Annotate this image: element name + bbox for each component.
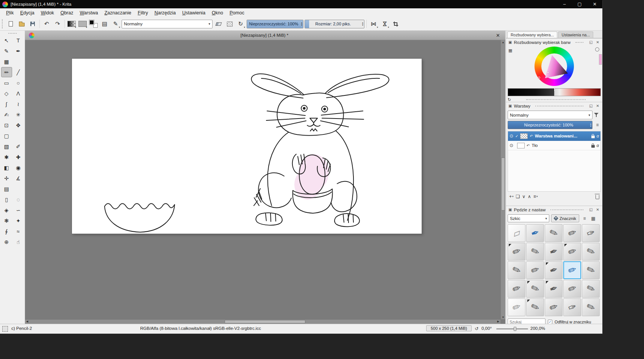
- brush-editor-button[interactable]: ✎▾: [111, 19, 120, 29]
- brush-preset[interactable]: ✏: [545, 298, 563, 316]
- menu-item[interactable]: Pomoc: [227, 9, 247, 17]
- canvas-viewport[interactable]: [25, 40, 500, 319]
- menu-item[interactable]: Widok: [38, 9, 57, 17]
- visibility-icon[interactable]: ⊙: [510, 143, 513, 148]
- shade-strip-red[interactable]: [554, 89, 600, 96]
- brush-preset[interactable]: ✒: [545, 280, 563, 298]
- tool-patterns[interactable]: ✱: [1, 152, 12, 162]
- gradient-chooser-button[interactable]: ▾: [67, 19, 77, 29]
- float-panel-button[interactable]: ◱: [588, 40, 593, 44]
- tool-freehand-brush[interactable]: ✏: [1, 67, 12, 77]
- tool-magnetic-select[interactable]: ≈: [13, 226, 24, 236]
- tool-move[interactable]: ✥: [13, 120, 24, 130]
- alpha-lock-icon[interactable]: α: [597, 143, 599, 148]
- color-settings-icon[interactable]: ▦: [508, 48, 512, 53]
- brush-preset[interactable]: ✎: [526, 243, 544, 261]
- tool-gradient[interactable]: ▧: [1, 141, 12, 151]
- dock-tab-tool-options[interactable]: Ustawienia na...: [558, 31, 593, 38]
- current-color-swatch[interactable]: [599, 54, 602, 65]
- new-document-button[interactable]: [6, 19, 16, 29]
- brush-preset[interactable]: ✒: [545, 261, 563, 279]
- tool-select-shapes[interactable]: ↖: [1, 35, 12, 45]
- tool-dynamic-brush[interactable]: ✍: [1, 109, 12, 120]
- inherit-alpha-icon[interactable]: ↶: [530, 134, 533, 138]
- tool-transform[interactable]: ⊡: [1, 120, 12, 130]
- brush-preset[interactable]: ✑: [582, 224, 600, 242]
- rotation-reset-icon[interactable]: ↺: [475, 326, 478, 331]
- layer-properties-button[interactable]: ≡▾: [533, 194, 538, 199]
- alpha-lock-icon[interactable]: α: [597, 134, 599, 138]
- undo-button[interactable]: ↶: [42, 19, 52, 29]
- layers-menu-icon[interactable]: ≡: [594, 122, 601, 128]
- lock-icon[interactable]: [591, 145, 595, 148]
- blend-mode-select[interactable]: Normalny ▾: [122, 20, 213, 28]
- tool-ellipse[interactable]: ○: [13, 78, 24, 88]
- delete-layer-button[interactable]: [596, 194, 599, 199]
- toolbar-drag-handle[interactable]: [2, 19, 3, 28]
- grid-view-icon[interactable]: ▦: [590, 216, 597, 221]
- brush-preset[interactable]: ✎: [545, 224, 563, 242]
- shade-strip-dark[interactable]: [508, 89, 554, 96]
- brush-preset[interactable]: ✎: [582, 298, 600, 316]
- toolbox-drag-handle[interactable]: [8, 33, 17, 34]
- menu-item[interactable]: Ustawienia: [179, 9, 208, 17]
- panel-resize-handle[interactable]: [526, 99, 586, 100]
- tag-button[interactable]: Znacznik: [551, 214, 579, 222]
- close-panel-button[interactable]: ✕: [596, 40, 600, 44]
- menu-item[interactable]: Zaznaczanie: [102, 9, 134, 17]
- refresh-colors-icon[interactable]: ↻: [508, 97, 511, 102]
- menu-item[interactable]: Obraz: [57, 9, 76, 17]
- tool-text[interactable]: T: [13, 35, 24, 45]
- tool-freehand-path[interactable]: ≀: [13, 99, 24, 109]
- titlebar[interactable]: [Niezapisany] (1,4 MiB) * - Krita – ▢ ✕: [0, 0, 602, 8]
- tool-contiguous-select[interactable]: ✦: [13, 215, 24, 226]
- tool-enclose-fill[interactable]: ◉: [13, 162, 24, 173]
- brush-preset[interactable]: ✏: [563, 261, 581, 279]
- brush-preset[interactable]: ✎: [526, 298, 544, 316]
- tool-poly-select[interactable]: ◈: [1, 205, 12, 215]
- tool-bezier-select[interactable]: ∮: [1, 226, 12, 236]
- tool-assistants[interactable]: ✢: [1, 173, 12, 183]
- filter-layers-icon[interactable]: [594, 112, 601, 117]
- panel-drag-handle[interactable]: [535, 106, 583, 106]
- move-layer-up-button[interactable]: ∧: [528, 194, 531, 199]
- tool-pan[interactable]: ☝: [13, 237, 24, 247]
- open-document-button[interactable]: [17, 19, 27, 29]
- brush-preset[interactable]: ▱: [508, 224, 525, 242]
- tool-spacer[interactable]: [13, 184, 24, 194]
- brush-preset[interactable]: ✏: [563, 224, 581, 242]
- brush-preset[interactable]: ✎: [582, 261, 600, 279]
- zoom-slider[interactable]: [496, 328, 528, 329]
- tool-edit-shapes[interactable]: ✎: [1, 46, 12, 56]
- brush-preset[interactable]: ✏: [508, 280, 525, 298]
- list-view-icon[interactable]: ≡: [581, 216, 588, 221]
- scroll-down-icon[interactable]: ▼: [501, 316, 505, 318]
- tool-reference-images[interactable]: ▤: [1, 184, 12, 194]
- horizontal-scrollbar[interactable]: ◀ ▶: [25, 319, 500, 324]
- tool-polyline[interactable]: Λ: [13, 88, 24, 98]
- tool-spacer[interactable]: [13, 131, 24, 141]
- brush-preset[interactable]: ✎: [526, 280, 544, 298]
- mirror-horizontal-button[interactable]: ⋈▾: [369, 19, 378, 29]
- minimize-button[interactable]: –: [557, 0, 572, 8]
- opacity-spinner[interactable]: ▴▾: [300, 22, 303, 26]
- tool-polygon[interactable]: ◇: [1, 88, 12, 98]
- tool-rectangle[interactable]: ▭: [1, 78, 12, 88]
- menu-item[interactable]: Okno: [209, 9, 226, 17]
- tool-color-sampler[interactable]: ✐: [13, 141, 24, 151]
- mirror-vertical-button[interactable]: ⋈▾: [380, 19, 389, 29]
- brush-preset[interactable]: ✎: [582, 280, 600, 298]
- menu-item[interactable]: Warstwa: [77, 9, 101, 17]
- tool-bezier-curve[interactable]: ∫: [1, 99, 12, 109]
- brush-preset[interactable]: ✏: [563, 243, 581, 261]
- vertical-scrollbar[interactable]: ▲ ▼: [500, 40, 505, 319]
- save-document-button[interactable]: [28, 19, 38, 29]
- tool-crop[interactable]: ▢: [1, 131, 12, 141]
- zoom-slider-thumb[interactable]: [514, 327, 516, 331]
- brush-preset[interactable]: ✏: [508, 298, 525, 316]
- float-panel-button[interactable]: ◱: [588, 208, 593, 212]
- visibility-icon[interactable]: ⊙: [510, 133, 513, 139]
- pattern-chooser-button[interactable]: ▾: [78, 19, 88, 29]
- reload-preset-button[interactable]: ↻▾: [236, 19, 245, 29]
- layer-row-paint-layer[interactable]: ⊙ ✓ ↶ Warstwa malowani... α: [508, 131, 600, 141]
